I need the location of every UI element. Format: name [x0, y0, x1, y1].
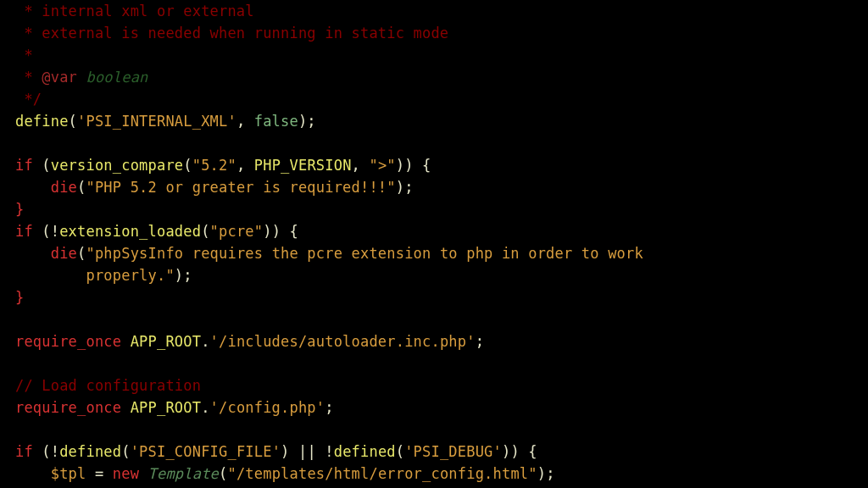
constant: APP_ROOT — [131, 399, 201, 416]
operator-assign: = — [86, 465, 113, 482]
keyword-die: die — [51, 179, 77, 196]
space — [121, 333, 130, 350]
brace-close: } — [15, 201, 24, 218]
punct: ); — [175, 267, 192, 284]
operator-not: ! — [51, 443, 59, 460]
doc-type: boolean — [77, 69, 147, 86]
punct: ( — [33, 223, 51, 240]
punct: ( — [201, 223, 209, 240]
punct: . — [201, 333, 209, 350]
indent — [15, 245, 51, 262]
constant: PHP_VERSION — [254, 157, 352, 174]
brace-close: } — [15, 289, 24, 306]
keyword-if: if — [15, 223, 33, 240]
string-literal: "pcre" — [210, 223, 264, 240]
string-literal: properly." — [15, 267, 175, 284]
string-literal: "/templates/html/error_config.html" — [227, 465, 537, 482]
line-comment: // Load configuration — [15, 377, 201, 394]
space — [139, 465, 147, 482]
punct: ( — [33, 443, 51, 460]
doc-comment-line: * external is needed when running in sta… — [15, 25, 448, 42]
punct: ( — [121, 443, 130, 460]
string-literal: "phpSysInfo requires the pcre extension … — [86, 245, 643, 262]
boolean-literal: false — [254, 113, 298, 130]
doc-comment-line: * internal xml or external — [15, 3, 254, 19]
function-call: define — [15, 113, 69, 130]
string-literal: "PHP 5.2 or greater is required!!!" — [86, 179, 396, 196]
punct: ; — [325, 399, 333, 416]
punct: ; — [476, 333, 484, 350]
punct: ); — [298, 113, 316, 130]
punct: , — [236, 113, 254, 130]
punct: ); — [537, 465, 555, 482]
doc-tag: @var — [42, 69, 77, 86]
string-literal: ">" — [369, 157, 395, 174]
doc-comment-end: */ — [15, 91, 42, 108]
punct: . — [201, 399, 209, 416]
string-literal: "5.2" — [192, 157, 236, 174]
punct: )) { — [396, 157, 431, 174]
indent — [15, 179, 51, 196]
space — [121, 399, 130, 416]
keyword-if: if — [15, 443, 33, 460]
keyword-die: die — [51, 245, 77, 262]
string-literal: '/config.php' — [210, 399, 326, 416]
punct: ( — [396, 443, 404, 460]
code-editor[interactable]: * internal xml or external * external is… — [0, 0, 868, 488]
punct: ( — [69, 113, 77, 130]
doc-comment-line: * — [15, 69, 42, 86]
string-literal: '/includes/autoloader.inc.php' — [210, 333, 476, 350]
punct: ) — [281, 443, 298, 460]
function-call: version_compare — [51, 157, 184, 174]
punct: )) { — [502, 443, 537, 460]
function-call: defined — [334, 443, 396, 460]
keyword-new: new — [113, 465, 139, 482]
constant: APP_ROOT — [131, 333, 201, 350]
keyword-require: require_once — [15, 399, 121, 416]
class-name: Template — [148, 465, 219, 482]
punct: , — [352, 157, 370, 174]
keyword-if: if — [15, 157, 33, 174]
punct: ( — [219, 465, 227, 482]
string-literal: 'PSI_DEBUG' — [404, 443, 502, 460]
operator-or: || — [298, 443, 316, 460]
operator-not: ! — [325, 443, 333, 460]
variable: $tpl — [51, 465, 86, 482]
punct: ( — [77, 179, 86, 196]
operator-not: ! — [51, 223, 59, 240]
punct — [316, 443, 325, 460]
punct: ); — [396, 179, 414, 196]
indent — [15, 465, 51, 482]
punct: )) { — [263, 223, 298, 240]
string-literal: 'PSI_CONFIG_FILE' — [131, 443, 281, 460]
punct: ( — [183, 157, 192, 174]
keyword-require: require_once — [15, 333, 121, 350]
punct: , — [236, 157, 254, 174]
punct: ( — [77, 245, 86, 262]
string-literal: 'PSI_INTERNAL_XML' — [77, 113, 236, 130]
doc-comment-line: * — [15, 47, 33, 64]
function-call: defined — [59, 443, 121, 460]
function-call: extension_loaded — [59, 223, 201, 240]
punct: ( — [33, 157, 51, 174]
